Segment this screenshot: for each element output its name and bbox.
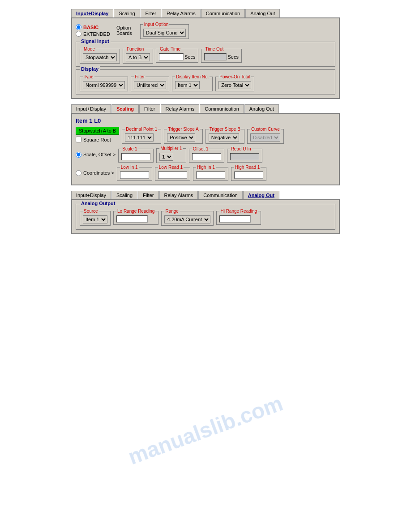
filter-select[interactable]: Unfiltered <box>134 81 166 89</box>
read-u-in-fieldset: Read U In +000000. <box>227 146 262 163</box>
source-select[interactable]: Item 1 <box>83 215 107 223</box>
high-read1-legend: High Read 1 <box>234 165 261 170</box>
coordinates-radio-input[interactable] <box>76 170 81 176</box>
trigger-slope-a-legend: Trigger Slope A <box>167 127 200 132</box>
filter-fieldset: Filter Unfiltered <box>131 74 169 91</box>
signal-input-label: Signal Input <box>80 39 111 44</box>
trigger-slope-b-select[interactable]: Negative <box>209 133 239 142</box>
scale1-input[interactable]: +1.00000 <box>121 153 150 160</box>
coordinates-label: Coordinates > <box>83 170 114 176</box>
scale-offset-row: Scale, Offset > Scale 1 +1.00000 Multipl… <box>76 146 335 163</box>
trigger-slope-b-legend: Trigger Slope B <box>209 127 241 132</box>
scale1-legend: Scale 1 <box>121 146 138 151</box>
high-read1-input[interactable]: +010.000 <box>234 172 263 179</box>
option-row: BASIC EXTENDED Option Boards Input Optio… <box>76 22 335 39</box>
option-label: Option <box>116 25 132 30</box>
panel3-body: Analog Output Source Item 1 Lo Range Rea… <box>71 199 340 234</box>
input-option-fieldset: Input Option Dual Sig Cond <box>140 22 189 39</box>
decimal-point-fieldset: Decimal Point 1 111.111 <box>122 127 161 144</box>
display-item-legend: Display Item No. <box>175 74 210 79</box>
basic-label: BASIC <box>83 25 98 30</box>
decimal-point-legend: Decimal Point 1 <box>125 127 158 132</box>
scaling-row1: Stopwatch A to B Square Root Decimal Poi… <box>76 127 335 144</box>
tab-scaling-1[interactable]: Scaling <box>114 9 140 17</box>
tab-scaling-3[interactable]: Scaling <box>111 191 137 199</box>
decimal-point-select[interactable]: 111.111 <box>125 133 154 142</box>
type-select[interactable]: Norml 999999 <box>83 81 125 89</box>
low-read1-legend: Low Read 1 <box>158 165 184 170</box>
display-fields: Type Norml 999999 Filter Unfiltered Disp… <box>80 74 331 91</box>
basic-radio[interactable] <box>76 24 81 30</box>
gate-time-input[interactable]: 000.00 <box>159 53 184 60</box>
panel2-body: Item 1 L0 Stopwatch A to B Square Root D… <box>71 113 340 185</box>
square-root-row: Square Root <box>76 137 119 142</box>
low-in1-input[interactable]: +000000. <box>120 172 149 179</box>
tab-communication-1[interactable]: Communication <box>201 9 245 17</box>
coordinates-row: Coordinates > Low In 1 +000000. Low Read… <box>76 165 335 181</box>
tab-relay-alarms-1[interactable]: Relay Alarms <box>162 9 201 17</box>
tab-input-display-3[interactable]: Input+Display <box>71 191 111 199</box>
trigger-slope-a-select[interactable]: Positive <box>167 133 195 142</box>
tab-relay-alarms-3[interactable]: Relay Alarms <box>159 191 198 199</box>
offset1-legend: Offset 1 <box>192 146 210 151</box>
tab-analog-out-2[interactable]: Analog Out <box>244 104 279 113</box>
multiplier1-select[interactable]: 1 <box>159 153 173 161</box>
scale-offset-radio-input[interactable] <box>76 152 81 158</box>
read-u-in-legend: Read U In <box>230 146 252 151</box>
type-legend: Type <box>83 74 94 79</box>
scale1-fieldset: Scale 1 +1.00000 <box>118 146 154 163</box>
analog-output-group: Analog Output Source Item 1 Lo Range Rea… <box>76 204 335 230</box>
panel1-tab-bar: Input+Display Scaling Filter Relay Alarm… <box>71 9 340 17</box>
extended-radio-row: EXTENDED <box>76 31 110 37</box>
tab-communication-2[interactable]: Communication <box>200 104 244 113</box>
range-select[interactable]: 4-20mA Current <box>164 215 210 223</box>
tab-analog-out-3[interactable]: Analog Out <box>243 191 279 199</box>
boards-label: Boards <box>116 30 132 36</box>
hi-range-input[interactable]: +200.000 <box>219 215 251 223</box>
read-u-in-input[interactable]: +000000. <box>230 153 259 160</box>
trigger-slope-b-fieldset: Trigger Slope B Negative <box>206 127 244 144</box>
panel2-tab-bar: Input+Display Scaling Filter Relay Alarm… <box>71 104 340 113</box>
filter-legend: Filter <box>134 74 146 79</box>
tab-filter-2[interactable]: Filter <box>139 104 160 113</box>
lo-range-input[interactable]: +000.000 <box>116 215 148 223</box>
tab-analog-out-1[interactable]: Analog Out <box>245 9 280 17</box>
time-out-fieldset: Time Out 199.99 Secs <box>201 47 241 63</box>
analog-output-label: Analog Output <box>80 201 116 206</box>
function-fieldset: Function A to B <box>123 47 153 64</box>
power-on-legend: Power-On Total <box>218 74 251 79</box>
mode-radio-group: BASIC EXTENDED <box>76 24 110 37</box>
input-option-legend: Input Option <box>143 22 169 27</box>
tab-communication-3[interactable]: Communication <box>198 191 242 199</box>
custom-curve-select[interactable]: Disabled <box>250 133 280 142</box>
hi-range-fieldset: Hi Range Reading +200.000 <box>216 209 261 225</box>
square-root-checkbox[interactable] <box>76 137 81 142</box>
custom-curve-fieldset: Custom Curve Disabled <box>247 127 284 144</box>
gate-time-fieldset: Gate Time 000.00 Secs <box>156 47 198 63</box>
low-read1-input[interactable]: +000.000 <box>158 172 187 179</box>
high-in1-input[interactable]: +010000. <box>196 172 225 179</box>
offset1-input[interactable]: +000.000 <box>192 153 221 160</box>
function-legend: Function <box>126 47 145 51</box>
item-title: Item 1 L0 <box>76 117 101 124</box>
tab-input-display-1[interactable]: Input+Display <box>71 9 113 17</box>
power-on-select[interactable]: Zero Total <box>218 81 251 89</box>
function-select[interactable]: A to B <box>126 53 150 61</box>
display-group: Display Type Norml 999999 Filter Unfilte… <box>76 69 335 94</box>
high-read1-fieldset: High Read 1 +010.000 <box>231 165 266 181</box>
tab-filter-3[interactable]: Filter <box>138 191 158 199</box>
time-out-unit: Secs <box>227 54 238 60</box>
option-boards-labels: Option Boards <box>116 25 132 36</box>
tab-relay-alarms-2[interactable]: Relay Alarms <box>161 104 200 113</box>
offset1-fieldset: Offset 1 +000.000 <box>189 146 224 163</box>
stopwatch-button[interactable]: Stopwatch A to B <box>76 127 119 135</box>
tab-filter-1[interactable]: Filter <box>141 9 161 17</box>
tab-scaling-2[interactable]: Scaling <box>111 104 139 113</box>
extended-radio[interactable] <box>76 31 81 37</box>
display-item-select[interactable]: Item 1 <box>175 81 200 89</box>
mode-select[interactable]: Stopwatch <box>83 53 117 61</box>
input-option-select[interactable]: Dual Sig Cond <box>143 29 186 37</box>
range-legend: Range <box>164 209 179 214</box>
time-out-input[interactable]: 199.99 <box>204 53 227 60</box>
tab-input-display-2[interactable]: Input+Display <box>71 104 111 113</box>
